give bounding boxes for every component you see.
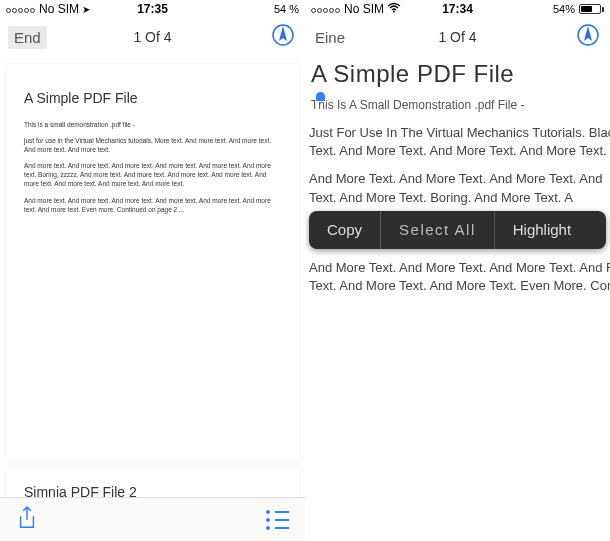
status-time: 17:35	[137, 2, 168, 16]
text-selection-popup: Copy Select All Highlight	[309, 211, 606, 249]
pdf-paragraph: And more text. And more text. And more t…	[24, 196, 281, 214]
pdf-body: This is a small demonstration .pdf file …	[24, 120, 281, 214]
battery-icon	[579, 4, 604, 14]
carrier-label: No SIM	[344, 2, 384, 16]
bottom-toolbar	[0, 497, 305, 541]
pdf-paragraph: This is a small demonstration .pdf file …	[24, 120, 281, 129]
share-icon[interactable]	[16, 505, 38, 535]
nav-bar: Eine 1 Of 4	[305, 18, 610, 56]
battery-percent: 54 %	[274, 3, 299, 15]
cell-signal-icon	[6, 2, 36, 16]
pdf-page-1[interactable]: A Simple PDF File This is a small demons…	[6, 64, 299, 462]
doc-title-truncated[interactable]: Eine	[313, 26, 351, 49]
location-arrow-icon: ➤	[82, 4, 90, 15]
status-bar: No SIM ➤ 17:35 54 %	[0, 0, 305, 18]
app-logo-icon[interactable]	[576, 23, 600, 51]
app-logo-icon[interactable]	[271, 23, 295, 51]
carrier-label: No SIM	[39, 2, 79, 16]
pdf-paragraph-zoomed[interactable]: And More Text. And More Text. And More T…	[309, 259, 610, 295]
pdf-paragraph-zoomed[interactable]: Just For Use In The Virtual Mechanics Tu…	[309, 124, 610, 160]
selected-text-line[interactable]: This Is A Small Demonstration .pdf File …	[305, 96, 610, 114]
pdf-heading: A Simple PDF File	[24, 90, 281, 106]
pdf-paragraph: And more text. And more text. And more t…	[24, 161, 281, 188]
nav-bar: End 1 Of 4	[0, 18, 305, 56]
pdf-heading-zoomed: A Simple PDF File	[305, 56, 610, 96]
text-line: Text. And More Text. Boring. And More Te…	[309, 189, 610, 207]
page-indicator: 1 Of 4	[133, 29, 171, 45]
status-bar: No SIM 17:34 54%	[305, 0, 610, 18]
svg-point-1	[393, 11, 395, 13]
copy-button[interactable]: Copy	[309, 211, 381, 249]
highlight-button[interactable]: Highlight	[495, 211, 589, 249]
status-time: 17:34	[442, 2, 473, 16]
text-line: And More Text. And More Text. And More T…	[309, 259, 610, 277]
text-line: Text. And More Text. And More Text. Even…	[309, 277, 610, 295]
pdf-paragraph: just for use in the Virtual Mechanics tu…	[24, 136, 281, 154]
text-line: And More Text. And More Text. And More T…	[309, 170, 610, 188]
list-icon[interactable]	[266, 510, 289, 530]
page-indicator: 1 Of 4	[438, 29, 476, 45]
battery-percent: 54%	[553, 3, 575, 15]
text-line: Just For Use In The Virtual Mechanics Tu…	[309, 124, 610, 142]
doc-title-truncated[interactable]: End	[8, 26, 47, 49]
pdf-paragraph-zoomed[interactable]: And More Text. And More Text. And More T…	[309, 170, 610, 206]
text-line: Text. And More Text. And More Text. And …	[309, 142, 610, 160]
wifi-icon	[387, 2, 401, 16]
select-all-button[interactable]: Select All	[381, 211, 495, 249]
cell-signal-icon	[311, 2, 341, 16]
